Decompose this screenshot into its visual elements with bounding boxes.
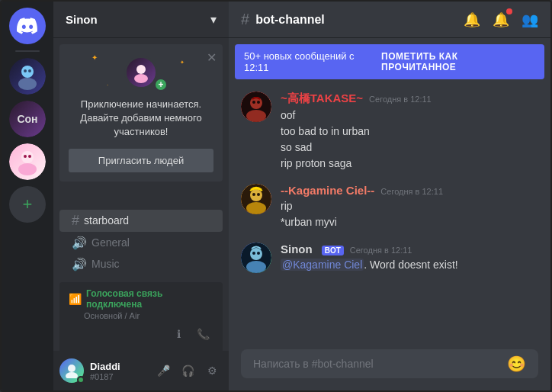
channel-item-starboard[interactable]: # starboard	[59, 210, 223, 232]
message-text-sinon: @Kagamine Ciel. Word doesnt exist!	[281, 257, 538, 273]
unread-banner: 50+ новых сообщений с 12:11 ПОМЕТИТЬ КАК…	[235, 44, 544, 79]
sparkle-3: ·	[107, 82, 108, 88]
server-list: Сон +	[2, 2, 53, 390]
message-header-kagamine: --Kagamine Ciel-- Сегодня в 12:11	[281, 184, 538, 197]
channel-voice-icon-general: 🔊	[72, 236, 87, 250]
mention-kagamine: @Kagamine Ciel	[281, 259, 364, 271]
chat-input[interactable]	[253, 349, 507, 378]
message-header-takase: ~高橋TAKASE~ Сегодня в 12:11	[281, 92, 538, 106]
user-panel: Diaddi #0187 🎤 🎧 ⚙	[53, 351, 229, 390]
bot-badge: BOT	[322, 246, 344, 255]
mark-read-button[interactable]: ПОМЕТИТЬ КАК ПРОЧИТАННОЕ	[381, 51, 535, 72]
avatar-sinon	[241, 243, 271, 273]
mention-badge	[506, 8, 512, 14]
timestamp-sinon: Сегодня в 12:11	[350, 246, 412, 255]
voice-connected-indicator: 📶 Голосовая связь подключена	[69, 288, 213, 310]
username-display: Diaddi	[90, 361, 146, 372]
voice-info-button[interactable]: ℹ	[168, 323, 189, 345]
messages-container: ~高橋TAKASE~ Сегодня в 12:11 ooftoo bad to…	[229, 85, 550, 349]
svg-point-25	[252, 252, 255, 255]
welcome-text: Приключение начинается. Давайте добавим …	[69, 98, 213, 140]
voice-status: 📶 Голосовая связь подключена Основной / …	[59, 282, 223, 351]
server-icon-1[interactable]	[9, 58, 46, 95]
voice-actions: ℹ 📞	[69, 323, 213, 345]
server-icon-son[interactable]: Сон	[9, 101, 46, 137]
svg-point-16	[257, 101, 260, 104]
mention-icon[interactable]: 🔔	[493, 11, 509, 28]
svg-point-8	[136, 65, 146, 74]
add-server-button[interactable]: +	[9, 186, 46, 223]
username-sinon: Sinon	[281, 243, 313, 255]
sparkle-2: ✦	[180, 59, 185, 66]
svg-point-1	[18, 78, 37, 90]
channel-item-music[interactable]: 🔊 Music	[59, 254, 223, 275]
message-content-kagamine: --Kagamine Ciel-- Сегодня в 12:11 rip*ur…	[281, 184, 538, 230]
voice-connected-text: Голосовая связь подключена	[86, 288, 213, 310]
headphone-button[interactable]: 🎧	[177, 360, 198, 381]
voice-connected-icon: 📶	[69, 293, 82, 305]
svg-point-3	[28, 69, 31, 72]
message-content-takase: ~高橋TAKASE~ Сегодня в 12:11 ooftoo bad to…	[281, 92, 538, 172]
svg-point-23	[250, 248, 262, 260]
mic-button[interactable]: 🎤	[152, 360, 174, 381]
channel-list: # starboard 🔊 General 🔊 Music	[53, 188, 229, 282]
chat-channel-name: bot-channel	[255, 13, 457, 27]
timestamp-kagamine: Сегодня в 12:11	[380, 187, 443, 196]
username-takase: ~高橋TAKASE~	[281, 92, 363, 106]
svg-point-18	[250, 189, 262, 201]
user-discriminator: #0187	[90, 372, 146, 381]
chat-input-wrapper: 😊	[241, 349, 538, 378]
settings-button[interactable]: ⚙	[201, 360, 223, 381]
svg-point-5	[18, 163, 37, 175]
welcome-add-badge: +	[154, 78, 168, 92]
channel-voice-icon-music: 🔊	[72, 257, 87, 272]
channel-name-music: Music	[91, 258, 120, 270]
svg-point-13	[250, 97, 262, 109]
svg-point-7	[28, 155, 31, 158]
channel-name-general: General	[91, 236, 130, 249]
svg-point-0	[21, 66, 34, 78]
message-text-takase: ooftoo bad to in urbanso sadrip proton s…	[281, 108, 538, 172]
svg-point-26	[257, 252, 260, 255]
svg-point-14	[246, 110, 266, 122]
username-kagamine: --Kagamine Ciel--	[281, 184, 374, 197]
svg-point-15	[252, 101, 255, 104]
message-text-kagamine: rip*urban myvi	[281, 198, 538, 230]
svg-point-21	[257, 193, 260, 196]
channel-sidebar: Sinon ▾ ✕ ✦ ✦ · + Приключение начинается…	[53, 2, 229, 390]
server-icon-3[interactable]	[9, 143, 46, 180]
channel-hash-icon: #	[72, 213, 79, 229]
bell-icon[interactable]: 🔔	[464, 11, 480, 28]
avatar-kagamine	[241, 184, 271, 214]
voice-phone-button[interactable]: 📞	[192, 323, 213, 345]
server-divider	[15, 50, 40, 52]
members-icon[interactable]: 👥	[522, 11, 538, 28]
invite-people-button[interactable]: Пригласить людей	[69, 149, 213, 172]
welcome-avatar-area: ✦ ✦ · +	[69, 53, 213, 92]
svg-point-9	[134, 74, 148, 83]
message-group-sinon: Sinon BOT Сегодня в 12:11 @Kagamine Ciel…	[241, 243, 538, 273]
channel-name-starboard: starboard	[84, 214, 129, 227]
channel-category-starboard	[53, 194, 229, 209]
chat-header-icons: 🔔 🔔 👥	[464, 11, 538, 28]
svg-point-20	[252, 193, 255, 196]
svg-point-2	[24, 69, 27, 72]
channel-item-general[interactable]: 🔊 General	[59, 233, 223, 253]
welcome-avatar	[124, 56, 158, 89]
welcome-card: ✕ ✦ ✦ · + Приключение начинается. Давайт…	[59, 44, 223, 182]
timestamp-takase: Сегодня в 12:11	[369, 95, 432, 104]
unread-text: 50+ новых сообщений с 12:11	[244, 50, 381, 73]
svg-point-6	[24, 155, 27, 158]
app-window: Сон + Sinon ▾ ✕	[0, 0, 552, 392]
message-group-kagamine: --Kagamine Ciel-- Сегодня в 12:11 rip*ur…	[241, 184, 538, 230]
chat-channel-hash: #	[241, 11, 249, 28]
server-header[interactable]: Sinon ▾	[53, 2, 229, 38]
user-info: Diaddi #0187	[90, 361, 146, 381]
chat-area: # bot-channel 🔔 🔔 👥 50+ новых сообщений …	[229, 2, 550, 390]
server-dropdown-arrow: ▾	[210, 12, 217, 27]
user-avatar	[59, 358, 84, 383]
discord-logo[interactable]	[9, 8, 46, 44]
svg-point-4	[21, 151, 34, 163]
chat-input-area: 😊	[229, 349, 550, 390]
emoji-button[interactable]: 😊	[507, 355, 526, 373]
